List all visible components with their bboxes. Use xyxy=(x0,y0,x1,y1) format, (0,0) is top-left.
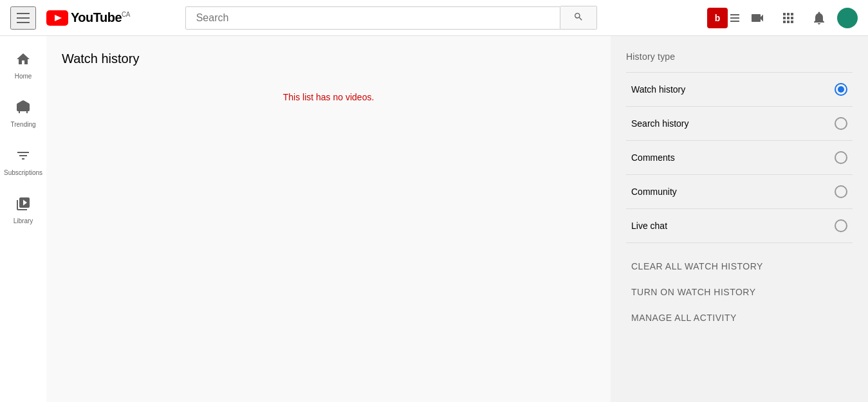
video-camera-icon xyxy=(750,10,765,26)
youtube-logo-icon xyxy=(46,10,68,26)
notifications-button[interactable] xyxy=(806,5,832,31)
history-type-title: History type xyxy=(626,51,853,62)
search-button[interactable] xyxy=(560,6,597,30)
sidebar-item-home[interactable]: Home xyxy=(0,41,46,89)
youtube-logo[interactable]: YouTubeCA xyxy=(46,10,130,26)
subscriptions-icon xyxy=(15,148,31,167)
content-area: Watch history This list has no videos. xyxy=(46,36,611,402)
turn-on-watch-history-button[interactable]: TURN ON WATCH HISTORY xyxy=(626,284,853,300)
community-radio xyxy=(835,185,847,198)
account-menu-wrap[interactable]: b xyxy=(707,8,739,28)
history-option-livechat[interactable]: Live chat xyxy=(626,209,853,243)
clear-watch-history-button[interactable]: CLEAR ALL WATCH HISTORY xyxy=(626,259,853,274)
history-option-watch[interactable]: Watch history xyxy=(626,73,853,107)
header: YouTubeCA b xyxy=(0,0,868,36)
manage-all-activity-button[interactable]: MANAGE ALL ACTIVITY xyxy=(626,310,853,325)
search-bar xyxy=(185,6,597,30)
history-option-comments[interactable]: Comments xyxy=(626,141,853,175)
avatar[interactable] xyxy=(837,8,858,28)
watch-history-radio-inner xyxy=(838,86,844,93)
search-input-wrap xyxy=(185,6,560,30)
comments-radio xyxy=(835,151,847,164)
search-icon xyxy=(573,12,584,22)
search-input[interactable] xyxy=(186,7,560,29)
page-title: Watch history xyxy=(62,51,595,66)
community-label: Community xyxy=(631,187,677,197)
account-menu-icon xyxy=(730,14,739,22)
livechat-label: Live chat xyxy=(631,221,667,231)
account-icon: b xyxy=(707,8,728,28)
sidebar: Home Trending Subscriptions Library xyxy=(0,36,46,402)
main-content: Watch history This list has no videos. H… xyxy=(46,36,868,402)
apps-icon xyxy=(780,10,796,26)
apps-button[interactable] xyxy=(775,5,801,31)
livechat-radio xyxy=(835,219,847,232)
library-icon xyxy=(15,196,31,215)
trending-icon xyxy=(15,100,31,118)
sidebar-item-home-label: Home xyxy=(15,73,32,80)
header-right: b xyxy=(707,5,858,31)
header-left: YouTubeCA xyxy=(10,6,130,30)
sidebar-item-trending-label: Trending xyxy=(10,121,35,129)
menu-button[interactable] xyxy=(10,6,36,30)
action-buttons: CLEAR ALL WATCH HISTORY TURN ON WATCH HI… xyxy=(626,259,853,325)
history-options: Watch history Search history Comments Co… xyxy=(626,72,853,243)
sidebar-item-trending[interactable]: Trending xyxy=(0,89,46,138)
sidebar-item-library[interactable]: Library xyxy=(0,186,46,234)
sidebar-item-subscriptions[interactable]: Subscriptions xyxy=(0,138,46,186)
logo-ca: CA xyxy=(122,11,130,18)
right-panel: History type Watch history Search histor… xyxy=(611,36,868,402)
bell-icon xyxy=(811,10,827,26)
history-option-search[interactable]: Search history xyxy=(626,107,853,141)
watch-history-radio xyxy=(835,83,847,96)
sidebar-item-library-label: Library xyxy=(14,217,33,225)
home-icon xyxy=(15,51,31,70)
history-option-community[interactable]: Community xyxy=(626,175,853,209)
search-history-radio xyxy=(835,117,847,130)
comments-label: Comments xyxy=(631,152,675,163)
search-history-label: Search history xyxy=(631,118,688,129)
empty-message: This list has no videos. xyxy=(62,92,595,102)
logo-text: YouTubeCA xyxy=(71,10,130,25)
sidebar-item-subscriptions-label: Subscriptions xyxy=(4,169,42,177)
watch-history-label: Watch history xyxy=(631,84,685,95)
create-video-button[interactable] xyxy=(744,5,770,31)
